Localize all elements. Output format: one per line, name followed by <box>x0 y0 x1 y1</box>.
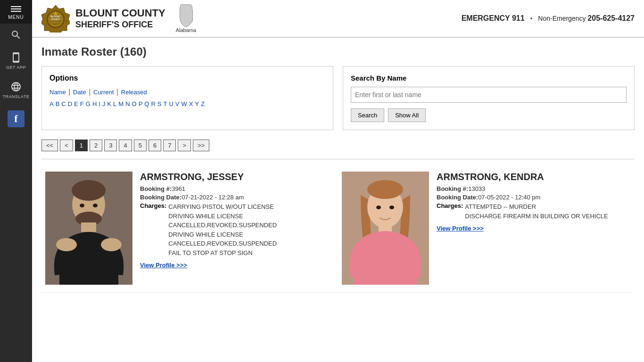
charge-item: DRIVING WHILE LICENSE <box>168 212 277 221</box>
inmate-roster: ARMSTRONG, JESSEYBooking #:3961Booking D… <box>41 164 635 293</box>
alpha-link-z[interactable]: Z <box>201 100 205 107</box>
alpha-link-x[interactable]: X <box>189 100 193 107</box>
sheriff-badge-logo: BLOUNT COUNTY SHERIFF <box>41 4 70 33</box>
alpha-link-s[interactable]: S <box>157 100 162 107</box>
alpha-link-g[interactable]: G <box>86 100 91 107</box>
inmate-info-kendra: ARMSTRONG, KENDRABooking #:13033Booking … <box>437 172 608 285</box>
pagination-page-6[interactable]: 6 <box>149 140 161 151</box>
alpha-link-d[interactable]: D <box>68 100 72 107</box>
search-button[interactable]: Search <box>351 108 384 122</box>
alpha-link-y[interactable]: Y <box>195 100 199 107</box>
alpha-link-w[interactable]: W <box>182 100 187 107</box>
charge-item: DISCHARGE FIREARM IN BUILDING OR VEHICLE <box>465 212 608 221</box>
pagination-last[interactable]: >> <box>193 140 209 151</box>
get-app-button[interactable]: GET APP <box>0 46 32 75</box>
facebook-button[interactable]: f <box>0 105 32 133</box>
view-profile-jessey[interactable]: View Profile >>> <box>140 262 187 269</box>
alpha-link-l[interactable]: L <box>113 100 116 107</box>
alpha-link-b[interactable]: B <box>56 100 60 107</box>
search-by-name-label: Search By Name <box>351 74 627 82</box>
inmate-booking-date-jessey: Booking Date:07-21-2022 - 12:28 am <box>140 194 277 201</box>
svg-point-14 <box>80 204 84 207</box>
svg-point-21 <box>389 206 394 209</box>
alpha-link-j[interactable]: J <box>102 100 106 107</box>
charge-item: CARRYING PISTOL W/OUT LICENSE <box>168 202 277 212</box>
pagination-page-2[interactable]: 2 <box>90 140 102 151</box>
alpha-link-t[interactable]: T <box>164 100 167 107</box>
top-section: Options Name | Date | Current | Released… <box>41 66 635 130</box>
inmate-photo-jessey <box>45 172 132 285</box>
pagination-page-7[interactable]: 7 <box>163 140 176 151</box>
inmate-charges-kendra: Charges:ATTEMPTED -- MURDERDISCHARGE FIR… <box>437 202 608 222</box>
inmate-booking-num-jessey: Booking #:3961 <box>140 185 277 192</box>
divider <box>41 159 635 159</box>
search-icon <box>10 29 22 41</box>
charge-item: CANCELLED,REVOKED,SUSPENDED <box>168 221 277 230</box>
sidebar: MENU GET APP TRANSLATE f <box>0 0 32 362</box>
pagination-page-5[interactable]: 5 <box>134 140 147 151</box>
pagination-page-1[interactable]: 1 <box>75 140 88 151</box>
inmate-info-jessey: ARMSTRONG, JESSEYBooking #:3961Booking D… <box>140 172 277 285</box>
alpha-link-u[interactable]: U <box>169 100 173 107</box>
search-box: Search By Name Search Show All <box>343 66 635 130</box>
filter-links: Name | Date | Current | Released <box>50 88 325 96</box>
alpha-link-r[interactable]: R <box>151 100 155 107</box>
svg-rect-11 <box>81 222 96 232</box>
alpha-link-f[interactable]: F <box>80 100 84 107</box>
charge-item: CANCELLED,REVOKED,SUSPENDED <box>168 239 277 248</box>
alpha-link-i[interactable]: I <box>99 100 100 107</box>
filter-name[interactable]: Name <box>50 89 66 96</box>
svg-point-12 <box>56 238 77 251</box>
alpha-link-k[interactable]: K <box>107 100 111 107</box>
inmate-card-kendra: ARMSTRONG, KENDRABooking #:13033Booking … <box>338 164 635 293</box>
pagination-next[interactable]: > <box>178 140 191 151</box>
alpha-link-q[interactable]: Q <box>144 100 149 107</box>
pagination: <<<1234567>>> <box>41 140 635 151</box>
pagination-page-3[interactable]: 3 <box>104 140 117 151</box>
header-title: BLOUNT COUNTY SHERIFF'S OFFICE <box>75 7 165 29</box>
alpha-link-a[interactable]: A <box>50 100 54 107</box>
alpha-link-p[interactable]: P <box>139 100 143 107</box>
svg-point-9 <box>72 180 106 201</box>
alpha-link-m[interactable]: M <box>118 100 124 107</box>
charges-list-jessey: CARRYING PISTOL W/OUT LICENSEDRIVING WHI… <box>168 202 277 257</box>
translate-button[interactable]: TRANSLATE <box>0 75 32 105</box>
filter-date[interactable]: Date <box>73 89 86 96</box>
charge-item: ATTEMPTED -- MURDER <box>465 202 608 212</box>
filter-released[interactable]: Released <box>121 89 147 96</box>
inmate-name-kendra: ARMSTRONG, KENDRA <box>437 172 608 182</box>
menu-label: MENU <box>8 15 24 20</box>
search-input[interactable] <box>351 87 627 103</box>
non-emergency-number: 205-625-4127 <box>587 14 635 22</box>
phone-icon <box>10 52 22 63</box>
facebook-icon: f <box>8 110 25 127</box>
state-seal: Alabama <box>176 4 196 33</box>
search-nav-button[interactable] <box>0 24 32 46</box>
pagination-prev[interactable]: < <box>60 140 73 151</box>
pagination-first[interactable]: << <box>41 140 58 151</box>
inmate-photo-kendra <box>342 172 429 285</box>
hamburger-icon <box>11 5 21 13</box>
charge-item: DRIVING WHILE LICENSE <box>168 230 277 239</box>
search-buttons: Search Show All <box>351 108 627 122</box>
alpha-link-n[interactable]: N <box>125 100 130 107</box>
view-profile-kendra[interactable]: View Profile >>> <box>437 225 484 232</box>
alpha-link-e[interactable]: E <box>74 100 78 107</box>
pagination-page-4[interactable]: 4 <box>119 140 132 151</box>
svg-point-18 <box>367 180 403 199</box>
alpha-link-h[interactable]: H <box>92 100 97 107</box>
alpha-link-c[interactable]: C <box>61 100 66 107</box>
separator: • <box>530 15 533 22</box>
state-name: Alabama <box>176 27 196 33</box>
alpha-link-o[interactable]: O <box>132 100 137 107</box>
header-emergency-info: EMERGENCY 911 • Non-Emergency 205-625-41… <box>462 14 635 23</box>
emergency-label: EMERGENCY 911 <box>462 14 525 22</box>
inmate-name-jessey: ARMSTRONG, JESSEY <box>140 172 277 182</box>
filter-current[interactable]: Current <box>93 89 114 96</box>
show-all-button[interactable]: Show All <box>388 108 426 122</box>
inmate-booking-num-kendra: Booking #:13033 <box>437 185 608 192</box>
agency-name-line1: BLOUNT COUNTY <box>75 7 165 19</box>
menu-button[interactable]: MENU <box>0 0 32 24</box>
alpha-link-v[interactable]: V <box>175 100 180 107</box>
svg-point-15 <box>93 204 98 207</box>
